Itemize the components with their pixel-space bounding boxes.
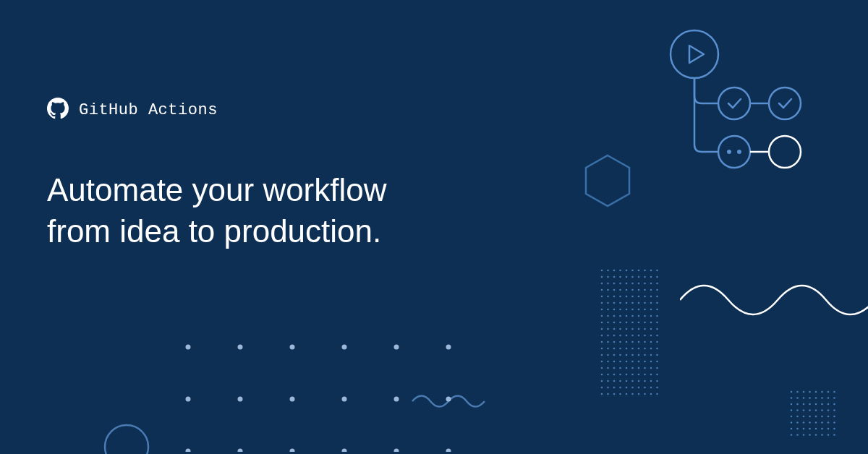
svg-point-240 — [809, 397, 811, 399]
svg-point-58 — [650, 296, 652, 298]
brand-row: GitHub Actions — [47, 98, 387, 122]
svg-point-36 — [638, 283, 640, 285]
svg-point-41 — [607, 289, 609, 291]
svg-point-207 — [644, 393, 646, 395]
svg-point-273 — [815, 421, 817, 424]
svg-point-171 — [607, 374, 609, 376]
svg-point-64 — [626, 302, 628, 304]
svg-point-147 — [644, 354, 646, 356]
svg-point-96 — [638, 322, 640, 324]
svg-point-137 — [644, 348, 646, 350]
svg-point-194 — [626, 387, 628, 389]
svg-point-221 — [446, 397, 451, 402]
svg-point-34 — [626, 283, 628, 285]
svg-point-20 — [601, 276, 603, 278]
svg-point-104 — [626, 328, 628, 330]
svg-point-112 — [613, 335, 616, 337]
svg-point-122 — [613, 341, 616, 343]
svg-point-241 — [815, 397, 817, 399]
svg-point-135 — [631, 348, 634, 350]
svg-point-103 — [619, 328, 621, 330]
svg-point-152 — [613, 361, 616, 363]
svg-point-72 — [613, 309, 616, 311]
svg-point-61 — [607, 302, 609, 304]
svg-point-213 — [342, 345, 347, 350]
svg-point-203 — [619, 393, 621, 395]
svg-point-111 — [607, 335, 609, 337]
svg-point-184 — [626, 380, 628, 382]
svg-point-89 — [656, 315, 658, 317]
svg-point-56 — [638, 296, 640, 298]
svg-point-77 — [644, 309, 646, 311]
svg-point-39 — [656, 283, 658, 285]
svg-point-127 — [644, 341, 646, 343]
svg-point-163 — [619, 367, 621, 369]
svg-point-142 — [613, 354, 616, 356]
svg-point-131 — [607, 348, 609, 350]
svg-point-143 — [619, 354, 621, 356]
svg-point-286 — [796, 434, 799, 436]
svg-point-260 — [833, 409, 835, 411]
svg-point-190 — [601, 387, 603, 389]
svg-point-139 — [656, 348, 658, 350]
svg-marker-9 — [586, 155, 629, 206]
svg-point-245 — [791, 403, 793, 406]
svg-point-154 — [626, 361, 628, 363]
svg-point-24 — [626, 276, 628, 278]
svg-point-239 — [803, 397, 805, 399]
svg-point-136 — [638, 348, 640, 350]
svg-point-264 — [809, 416, 811, 418]
svg-point-205 — [631, 393, 634, 395]
svg-point-160 — [601, 367, 603, 369]
svg-point-145 — [631, 354, 634, 356]
svg-point-119 — [656, 335, 658, 337]
svg-point-272 — [809, 421, 811, 424]
svg-point-285 — [791, 434, 793, 436]
svg-point-227 — [446, 449, 451, 453]
svg-point-166 — [638, 367, 640, 369]
svg-point-49 — [656, 289, 658, 291]
svg-point-236 — [833, 391, 835, 393]
svg-point-141 — [607, 354, 609, 356]
svg-point-228 — [105, 425, 148, 454]
svg-point-229 — [791, 391, 793, 393]
svg-point-68 — [650, 302, 652, 304]
svg-point-214 — [394, 345, 399, 350]
svg-point-255 — [803, 409, 805, 411]
svg-point-266 — [821, 416, 823, 418]
svg-point-251 — [827, 403, 830, 406]
headline-line-2: from idea to production. — [47, 213, 381, 249]
svg-point-37 — [644, 283, 646, 285]
svg-point-186 — [638, 380, 640, 382]
svg-point-222 — [186, 449, 191, 453]
svg-point-247 — [803, 403, 805, 406]
svg-point-100 — [601, 328, 603, 330]
svg-point-25 — [631, 276, 634, 278]
svg-point-204 — [626, 393, 628, 395]
svg-point-23 — [619, 276, 621, 278]
svg-point-90 — [601, 322, 603, 324]
svg-point-118 — [650, 335, 652, 337]
svg-point-170 — [601, 374, 603, 376]
svg-point-45 — [631, 289, 634, 291]
svg-point-95 — [631, 322, 634, 324]
svg-point-113 — [619, 335, 621, 337]
svg-point-71 — [607, 309, 609, 311]
svg-point-181 — [607, 380, 609, 382]
svg-point-81 — [607, 315, 609, 317]
svg-point-50 — [601, 296, 603, 298]
svg-point-220 — [394, 397, 399, 402]
svg-point-277 — [791, 428, 793, 430]
svg-point-197 — [644, 387, 646, 389]
svg-point-218 — [290, 397, 295, 402]
svg-point-276 — [833, 421, 835, 424]
svg-point-108 — [650, 328, 652, 330]
svg-point-0 — [671, 30, 718, 78]
svg-point-27 — [644, 276, 646, 278]
svg-point-79 — [656, 309, 658, 311]
svg-point-32 — [613, 283, 616, 285]
svg-point-43 — [619, 289, 621, 291]
svg-point-164 — [626, 367, 628, 369]
svg-point-270 — [796, 421, 799, 424]
svg-point-283 — [827, 428, 830, 430]
